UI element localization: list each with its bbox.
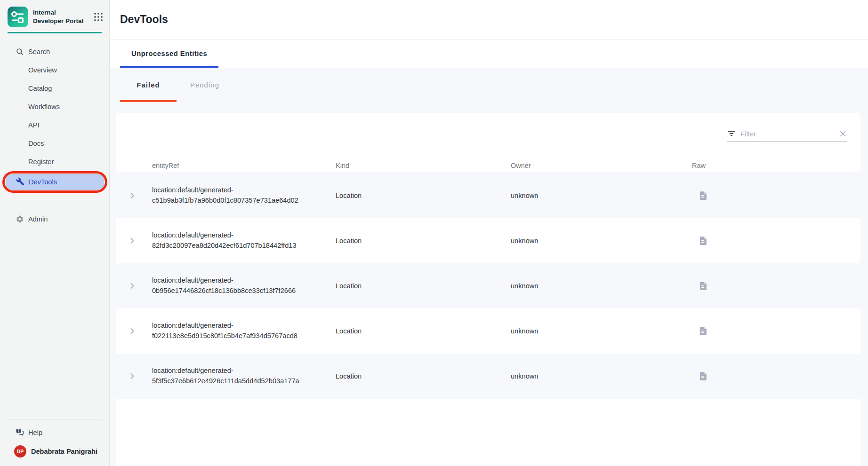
wrench-icon xyxy=(16,177,24,187)
raw-file-icon[interactable] xyxy=(698,190,708,201)
sidebar-item-label: Overview xyxy=(28,66,57,74)
raw-file-icon[interactable] xyxy=(698,281,708,291)
table-row: location:default/generated-f022113e8e5d9… xyxy=(116,308,860,354)
raw-file-icon[interactable] xyxy=(698,371,708,381)
sidebar-item-register[interactable]: Register xyxy=(0,152,109,171)
table-header: entityRef Kind Owner Raw xyxy=(116,158,860,173)
entity-owner: unknown xyxy=(511,282,692,290)
user-profile[interactable]: DP Debabrata Panigrahi xyxy=(0,442,109,466)
main-header: DevTools xyxy=(110,0,868,39)
raw-file-icon[interactable] xyxy=(698,236,708,246)
tab-label: Pending xyxy=(190,81,219,89)
entity-ref: location:default/generated-0b956e1744682… xyxy=(152,276,321,296)
sidebar-item-search[interactable]: Search xyxy=(0,42,109,61)
sidebar-item-label: Help xyxy=(28,429,42,436)
raw-file-icon[interactable] xyxy=(698,326,708,336)
sidebar-item-devtools[interactable]: DevTools xyxy=(6,174,104,190)
search-icon xyxy=(16,47,24,56)
filter-field xyxy=(727,129,847,142)
brand-row: Internal Developer Portal xyxy=(0,0,109,27)
entity-ref: location:default/generated-5f3f5c37e6b61… xyxy=(152,366,321,387)
active-subtab-indicator xyxy=(120,100,177,102)
entity-owner: unknown xyxy=(511,192,692,199)
entity-ref: location:default/generated-82fd3c20097ea… xyxy=(152,230,321,251)
tab-failed[interactable]: Failed xyxy=(120,68,177,102)
table-row: location:default/generated-5f3f5c37e6b61… xyxy=(116,354,860,399)
column-header-kind[interactable]: Kind xyxy=(336,162,511,169)
tab-label: Failed xyxy=(137,81,160,89)
sidebar-item-label: Search xyxy=(28,48,50,55)
help-icon: ? xyxy=(16,428,24,437)
entity-owner: unknown xyxy=(511,327,692,335)
sidebar-item-catalog[interactable]: Catalog xyxy=(0,79,109,97)
chevron-right-icon[interactable] xyxy=(128,191,137,200)
brand-underline xyxy=(8,32,102,33)
page-title: DevTools xyxy=(120,13,168,26)
column-header-entityref[interactable]: entityRef xyxy=(152,162,336,169)
brand-title: Internal Developer Portal xyxy=(33,8,86,25)
sidebar-item-overview[interactable]: Overview xyxy=(0,61,109,79)
entity-kind: Location xyxy=(336,282,511,290)
apps-grid-icon[interactable] xyxy=(94,13,103,21)
sidebar-item-label: Admin xyxy=(28,215,48,223)
clear-filter-icon[interactable] xyxy=(838,129,847,138)
sidebar-item-label: Catalog xyxy=(28,85,52,92)
sidebar-item-admin[interactable]: Admin xyxy=(0,210,109,228)
column-header-owner[interactable]: Owner xyxy=(511,162,692,169)
table-row: location:default/generated-82fd3c20097ea… xyxy=(116,218,860,263)
sidebar-item-label: Register xyxy=(28,158,54,166)
avatar: DP xyxy=(14,445,26,458)
column-header-raw[interactable]: Raw xyxy=(692,162,860,169)
sidebar-item-workflows[interactable]: Workflows xyxy=(0,97,109,116)
entity-kind: Location xyxy=(336,327,511,335)
filter-icon xyxy=(727,129,736,138)
sidebar: Internal Developer Portal Search Overvie… xyxy=(0,0,110,466)
entity-kind: Location xyxy=(336,237,511,245)
sidebar-item-label: DevTools xyxy=(29,178,57,186)
user-name: Debabrata Panigrahi xyxy=(31,448,97,455)
chevron-right-icon[interactable] xyxy=(128,326,137,336)
sidebar-item-label: Docs xyxy=(28,140,44,147)
table-toolbar xyxy=(116,113,860,158)
entity-owner: unknown xyxy=(511,237,692,245)
primary-tabbar: Unprocessed Entities xyxy=(110,39,868,68)
chevron-right-icon[interactable] xyxy=(128,371,137,381)
sidebar-item-label: API xyxy=(28,121,40,129)
sidebar-item-docs[interactable]: Docs xyxy=(0,134,109,152)
entity-owner: unknown xyxy=(511,372,692,380)
filter-input[interactable] xyxy=(740,130,834,138)
table-row: location:default/generated-0b956e1744682… xyxy=(116,263,860,308)
chevron-right-icon[interactable] xyxy=(128,236,137,245)
table-row: location:default/generated-c51b9ab3f1fb7… xyxy=(116,173,860,218)
tab-label: Unprocessed Entities xyxy=(131,50,207,57)
sub-tabbar: Failed Pending xyxy=(116,68,860,102)
tab-unprocessed-entities[interactable]: Unprocessed Entities xyxy=(120,39,218,68)
entity-kind: Location xyxy=(336,192,511,199)
sidebar-item-devtools-wrap: DevTools xyxy=(6,174,104,190)
app-logo-icon[interactable] xyxy=(8,7,28,27)
sidebar-divider xyxy=(8,200,102,200)
sidebar-item-api[interactable]: API xyxy=(0,116,109,134)
gear-icon xyxy=(16,215,24,223)
sidebar-divider xyxy=(8,419,102,419)
tab-pending[interactable]: Pending xyxy=(177,68,233,102)
entity-ref: location:default/generated-c51b9ab3f1fb7… xyxy=(152,185,321,206)
unprocessed-entities-panel: Failed Pending xyxy=(110,68,868,466)
chevron-right-icon[interactable] xyxy=(128,281,137,291)
main-area: DevTools Unprocessed Entities Failed Pen… xyxy=(110,0,868,466)
entity-kind: Location xyxy=(336,372,511,380)
sidebar-item-help[interactable]: ? Help xyxy=(0,423,109,442)
entity-ref: location:default/generated-f022113e8e5d9… xyxy=(152,321,321,341)
sidebar-item-label: Workflows xyxy=(28,103,60,111)
entities-table-card: entityRef Kind Owner Raw location:defaul… xyxy=(116,113,860,466)
svg-text:?: ? xyxy=(18,429,20,432)
